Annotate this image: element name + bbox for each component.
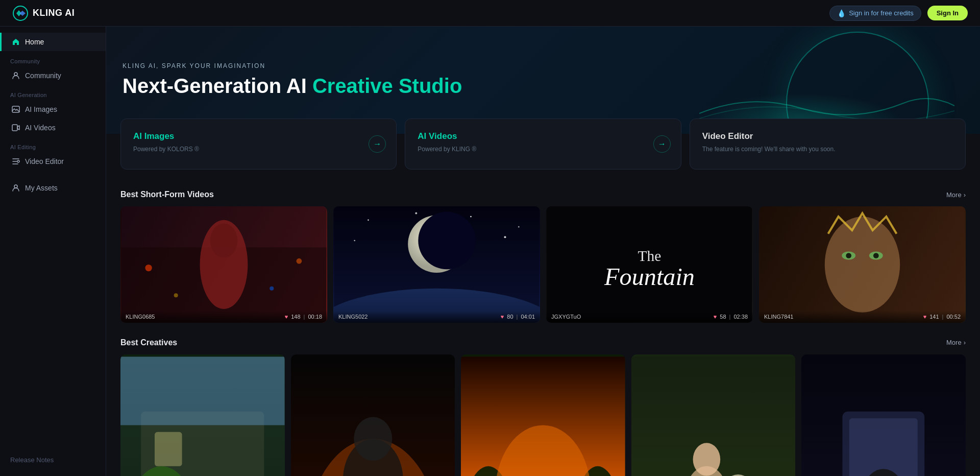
sidebar-item-ai-images[interactable]: AI Images: [0, 100, 106, 118]
ai-videos-card-title: AI Videos: [418, 131, 668, 141]
svg-point-17: [470, 216, 472, 218]
svg-point-4: [17, 160, 19, 162]
svg-rect-3: [12, 125, 17, 131]
best-creatives-title: Best Creatives: [120, 338, 177, 347]
svg-point-13: [270, 287, 274, 291]
community-icon: [12, 72, 20, 80]
list-item[interactable]: ▶ VhYHbBhj ♥ 11: [461, 354, 625, 476]
creatives-grid: ▶: [120, 354, 966, 476]
video-stats: ♥ 148 | 00:18: [285, 314, 322, 320]
logo-text: KLING AI: [33, 8, 75, 18]
video-editor-icon: [12, 157, 20, 165]
video-likes: 141: [929, 314, 939, 320]
sign-in-free-label: Sign in for free credits: [849, 9, 913, 17]
short-form-videos-more-btn[interactable]: More ›: [946, 191, 966, 199]
svg-point-28: [825, 217, 900, 313]
logo[interactable]: KLING AI: [12, 5, 75, 21]
svg-rect-36: [120, 356, 285, 425]
home-icon: [12, 38, 20, 46]
header: KLING AI 💧 Sign in for free credits Sign…: [0, 0, 980, 27]
svg-point-55: [693, 443, 720, 475]
best-creatives-header: Best Creatives More ›: [120, 338, 966, 347]
ai-images-arrow: →: [369, 135, 386, 153]
drop-icon: 💧: [837, 9, 846, 17]
video-duration: 00:52: [946, 314, 961, 320]
release-notes[interactable]: Release Notes: [10, 456, 95, 464]
video-meta: JGXYGTuO ♥ 58 | 02:38: [546, 311, 753, 323]
heart-icon: ♥: [285, 314, 288, 320]
chevron-right-icon: ›: [964, 191, 966, 199]
video-stats: ♥ 80 | 04:01: [501, 314, 535, 320]
svg-point-20: [504, 236, 506, 238]
sidebar-item-ai-videos[interactable]: AI Videos: [0, 118, 106, 137]
best-creatives-section: Best Creatives More ›: [106, 328, 980, 476]
ai-images-icon: [12, 105, 20, 113]
svg-point-32: [873, 253, 879, 258]
short-form-videos-header: Best Short-Form Videos More ›: [120, 190, 966, 199]
sidebar: Home Community Community AI Generation A…: [0, 27, 106, 476]
best-creatives-more-btn[interactable]: More ›: [946, 339, 966, 346]
sidebar-section-community: Community: [0, 51, 106, 66]
short-form-videos-section: Best Short-Form Videos More ›: [106, 180, 980, 328]
chevron-right-icon-2: ›: [964, 339, 966, 346]
short-form-videos-more-label: More: [946, 191, 962, 199]
sign-in-label: Sign In: [937, 9, 959, 17]
svg-rect-35: [155, 432, 182, 466]
video-likes: 58: [720, 314, 726, 320]
sidebar-bottom: Release Notes: [0, 450, 106, 470]
sign-in-button[interactable]: Sign In: [927, 6, 968, 20]
sidebar-item-my-assets[interactable]: My Assets: [0, 179, 106, 197]
video-user: KLING0685: [126, 314, 155, 320]
heart-icon: ♥: [923, 314, 927, 320]
svg-point-11: [297, 258, 302, 264]
svg-text:The: The: [638, 248, 662, 264]
svg-point-1: [14, 73, 17, 76]
feature-card-video-editor[interactable]: Video Editor The feature is coming! We'l…: [690, 118, 966, 170]
video-duration: 00:18: [308, 314, 322, 320]
video-likes: 80: [507, 314, 513, 320]
video-editor-card-subtitle: The feature is coming! We'll share with …: [702, 146, 953, 153]
list-item[interactable]: ▶: [291, 354, 455, 476]
svg-point-22: [418, 212, 476, 270]
sign-in-free-button[interactable]: 💧 Sign in for free credits: [829, 6, 921, 21]
video-meta: KLING7841 ♥ 141 | 00:52: [759, 311, 966, 323]
svg-point-9: [210, 224, 238, 258]
ai-videos-card-subtitle: Powered by KLING ®: [418, 146, 668, 153]
hero-banner: KLING AI, SPARK YOUR IMAGINATION Next-Ge…: [106, 27, 980, 134]
video-user: JGXYGTuO: [551, 314, 581, 320]
ai-videos-arrow: →: [653, 135, 671, 153]
video-duration: 04:01: [521, 314, 535, 320]
sidebar-ai-videos-label: AI Videos: [25, 124, 56, 132]
video-user: KLING5022: [338, 314, 368, 320]
list-item[interactable]: ▶ KLING9097 ♥ 12: [631, 354, 796, 476]
svg-point-18: [518, 226, 520, 228]
video-meta: KLING5022 ♥ 80 | 04:01: [333, 311, 540, 323]
heart-icon: ♥: [714, 314, 717, 320]
video-user: KLING7841: [764, 314, 793, 320]
video-stats: ♥ 141 | 00:52: [923, 314, 961, 320]
sidebar-item-home[interactable]: Home: [0, 33, 106, 51]
sidebar-ai-images-label: AI Images: [25, 105, 57, 113]
sidebar-item-video-editor[interactable]: Video Editor: [0, 152, 106, 171]
feature-card-ai-images[interactable]: AI Images Powered by KOLORS ® →: [120, 118, 397, 170]
svg-point-15: [368, 219, 369, 221]
hero-wave: [699, 83, 954, 124]
feature-card-ai-videos[interactable]: AI Videos Powered by KLING ® →: [405, 118, 681, 170]
header-actions: 💧 Sign in for free credits Sign In: [829, 6, 968, 21]
table-row[interactable]: KLING7841 ♥ 141 | 00:52: [759, 206, 966, 323]
table-row[interactable]: KLING5022 ♥ 80 | 04:01: [333, 206, 540, 323]
heart-icon: ♥: [501, 314, 504, 320]
table-row[interactable]: KLING0685 ♥ 148 | 00:18: [120, 206, 327, 323]
table-row[interactable]: The Fountain JGXYGTuO ♥ 58 | 02:38: [546, 206, 753, 323]
sidebar-section-ai-editing: AI Editing: [0, 137, 106, 152]
svg-text:Fountain: Fountain: [604, 263, 695, 290]
svg-point-12: [174, 293, 178, 297]
sidebar-item-community[interactable]: Community: [0, 66, 106, 85]
video-editor-card-title: Video Editor: [702, 131, 953, 141]
svg-point-19: [354, 240, 355, 242]
list-item[interactable]: ▶: [120, 354, 285, 476]
best-creatives-more-label: More: [946, 339, 962, 346]
layout: Home Community Community AI Generation A…: [0, 27, 980, 476]
svg-point-31: [846, 253, 851, 258]
list-item[interactable]: ▶ KLING5870 ♥ 28: [801, 354, 966, 476]
